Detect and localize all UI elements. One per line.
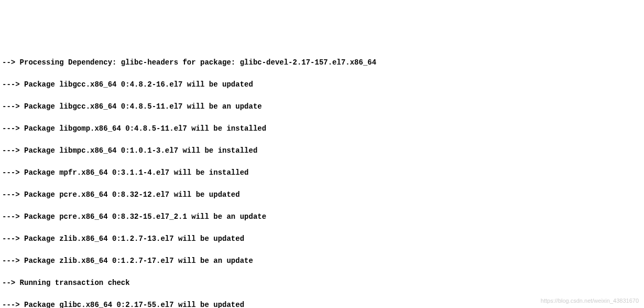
terminal-output: --> Processing Dependency: glibc-headers… bbox=[2, 46, 642, 308]
output-line: ---> Package mpfr.x86_64 0:3.1.1-4.el7 w… bbox=[2, 167, 642, 178]
output-line: ---> Package zlib.x86_64 0:1.2.7-13.el7 … bbox=[2, 233, 642, 245]
output-line: ---> Package libgcc.x86_64 0:4.8.5-11.el… bbox=[2, 101, 642, 112]
watermark-text: https://blog.csdn.net/weixin_43831670 bbox=[541, 296, 639, 305]
output-line: ---> Package libgomp.x86_64 0:4.8.5-11.e… bbox=[2, 123, 642, 134]
output-line: ---> Package zlib.x86_64 0:1.2.7-17.el7 … bbox=[2, 256, 642, 267]
output-line: ---> Package libgcc.x86_64 0:4.8.2-16.el… bbox=[2, 79, 642, 90]
output-line: ---> Package pcre.x86_64 0:8.32-12.el7 w… bbox=[2, 189, 642, 200]
output-line: ---> Package pcre.x86_64 0:8.32-15.el7_2… bbox=[2, 211, 642, 222]
output-line: --> Processing Dependency: glibc-headers… bbox=[2, 57, 642, 68]
output-line: --> Running transaction check bbox=[2, 278, 642, 289]
output-line: ---> Package libmpc.x86_64 0:1.0.1-3.el7… bbox=[2, 145, 642, 156]
